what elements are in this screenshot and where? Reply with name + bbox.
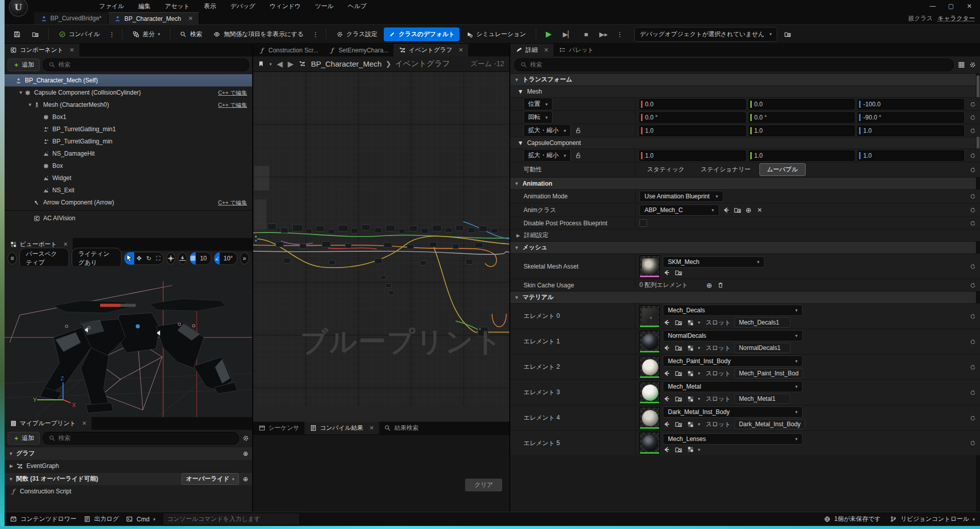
grid-snap-control[interactable]: 10 (190, 252, 211, 265)
play-button[interactable]: ▶ (541, 27, 557, 41)
slot-name-input[interactable]: Dark_Metal_Inst_Body (734, 419, 805, 429)
folder-icon[interactable] (675, 395, 683, 402)
useasset-icon[interactable] (663, 344, 671, 351)
lock-open-icon[interactable] (575, 152, 582, 159)
menu-ヘルプ[interactable]: ヘルプ (342, 1, 373, 12)
tab-結果検索[interactable]: 結果検索 (379, 422, 424, 434)
tab-components[interactable]: コンポーネント ✕ (5, 44, 79, 56)
console-command-input[interactable]: コンソールコマンドを入力します (163, 513, 300, 525)
folder-icon[interactable] (675, 446, 683, 453)
reset-to-default-icon[interactable] (966, 167, 980, 173)
add-function-icon[interactable]: ⊕ (243, 476, 248, 483)
add-circle-icon[interactable]: ⊕ (745, 206, 753, 214)
tree-row-BP_TurretGatling_min[interactable]: BP_TurretGatling_min (5, 135, 252, 148)
trash-icon[interactable] (716, 282, 724, 288)
chevron-down-icon[interactable]: ▼ (18, 90, 24, 95)
highlight-material-icon[interactable] (686, 319, 694, 326)
highlight-material-icon[interactable] (686, 396, 694, 402)
menu-デバッグ[interactable]: デバッグ (224, 1, 261, 12)
functions-section-header[interactable]: ▼ 関数 (31 オーバーライド可能) オーバーライド ▾ ⊕ (5, 472, 252, 485)
axis-mode-dropdown[interactable]: 位置▾ (524, 98, 553, 110)
gear-icon[interactable] (242, 435, 249, 442)
material-thumbnail[interactable] (639, 305, 660, 328)
reset-to-default-icon[interactable] (966, 263, 980, 270)
nav-forward-button[interactable]: ▶ (288, 60, 294, 69)
animation-section-header[interactable]: ▼Animation (510, 177, 980, 189)
material-dropdown[interactable]: Mech_Decals▾ (663, 305, 803, 316)
skeletal-mesh-dropdown[interactable]: SKM_Mech▾ (663, 256, 764, 268)
tab-palette[interactable]: パレット (554, 44, 599, 56)
viewport-overflow-button[interactable]: » (240, 252, 249, 264)
material-thumbnail[interactable] (639, 356, 660, 378)
tab-SetEnemyChara...[interactable]: ƒSetEnemyChara... (323, 44, 393, 56)
tree-row-Arrow-Component-Arrow-[interactable]: Arrow Component (Arrow)C++ で編集 (5, 196, 252, 209)
cpp-edit-link[interactable]: C++ で編集 (218, 199, 247, 207)
reset-to-default-icon[interactable] (966, 128, 980, 134)
folder-icon[interactable] (675, 421, 683, 428)
move-tool-button[interactable]: ✥ (134, 252, 144, 264)
menu-表示[interactable]: 表示 (198, 1, 222, 12)
disable-post-process-checkbox[interactable] (639, 219, 647, 227)
tree-row-BP_Character_Mech-Self-[interactable]: BP_Character_Mech (Self) (5, 74, 252, 86)
reset-to-default-icon[interactable] (966, 101, 980, 107)
useasset-icon[interactable] (663, 446, 671, 453)
material-dropdown[interactable]: NormalDecals▾ (663, 330, 803, 341)
highlight-material-icon[interactable] (686, 421, 694, 428)
material-thumbnail[interactable] (639, 381, 660, 404)
vector-field-z[interactable]: -90.0 ° (858, 112, 964, 123)
angle-snap-control[interactable]: 10° (214, 252, 237, 265)
close-icon[interactable]: ✕ (544, 47, 548, 53)
revision-control-button[interactable]: リビジョンコントロール ▾ (890, 515, 975, 523)
menu-編集[interactable]: 編集 (132, 1, 157, 12)
add-graph-icon[interactable]: ⊕ (243, 450, 248, 457)
play-options-kebab[interactable]: ⋮ (615, 31, 625, 38)
reset-to-default-icon[interactable] (966, 415, 980, 421)
content-drawer-button[interactable]: コンテンツドロワー (10, 515, 76, 523)
bookmark-icon[interactable] (257, 61, 264, 68)
tree-row-Capsule-Component-CollisionCylinder-[interactable]: ▼Capsule Component (CollisionCylinder)C+… (5, 86, 252, 99)
details-search-input[interactable]: 検索 (514, 58, 954, 71)
vector-field-x[interactable]: 1.0 (639, 126, 746, 136)
skeletal-mesh-thumbnail[interactable] (639, 255, 660, 278)
add-component-button[interactable]: ＋ 追加 (8, 58, 40, 71)
save-button[interactable] (9, 28, 25, 40)
debug-browse-button[interactable] (779, 28, 795, 40)
eject-button[interactable]: ▶▸ (595, 28, 612, 41)
vector-field-y[interactable]: 1.0 (749, 151, 855, 161)
useasset-icon[interactable] (663, 395, 671, 402)
unsaved-status[interactable]: 1個が未保存です (823, 515, 881, 523)
close-icon[interactable]: ✕ (70, 47, 74, 53)
capsule-subsection-header[interactable]: ▼CapsuleComponent (510, 137, 980, 149)
reset-to-default-icon[interactable] (966, 282, 980, 288)
event-graph-item[interactable]: ▶ EventGraph (5, 460, 252, 472)
rotate-tool-button[interactable]: ↻ (144, 252, 154, 264)
add-circle-icon[interactable]: ⊕ (705, 281, 713, 289)
simulation-button[interactable]: シミュレーション (462, 27, 531, 41)
breadcrumb-root[interactable]: BP_Character_Mech (311, 60, 382, 68)
material-dropdown[interactable]: Dark_Metal_Inst_Body▾ (663, 406, 803, 418)
material-thumbnail[interactable] (639, 432, 660, 454)
highlight-material-icon[interactable] (686, 370, 694, 377)
tab-my-blueprint[interactable]: マイブループリント ✕ (5, 417, 91, 430)
asset-tab[interactable]: BP_CurvedBridge* (34, 12, 108, 24)
material-thumbnail[interactable] (639, 407, 660, 429)
vector-field-y[interactable]: 0.0 ° (749, 112, 855, 123)
reset-to-default-icon[interactable] (966, 153, 980, 159)
asset-tab[interactable]: BP_Character_Mech✕ (108, 12, 200, 24)
mobility-option-ステイショナリー[interactable]: ステイショナリー (693, 163, 758, 176)
reset-to-default-icon[interactable] (966, 339, 980, 345)
advanced-settings-row[interactable]: ▶詳細設定 (510, 229, 980, 241)
mesh-subsection-header[interactable]: ▼Mesh (510, 85, 980, 97)
useasset-icon[interactable] (722, 207, 730, 214)
anim-class-dropdown[interactable]: ABP_Mech_C▾ (639, 204, 719, 216)
material-dropdown[interactable]: Mech_Lenses▾ (663, 433, 803, 445)
tab-details[interactable]: 詳細 ✕ (510, 44, 554, 56)
close-button[interactable]: ✕ (962, 1, 977, 11)
close-icon[interactable]: ✕ (82, 420, 86, 427)
cpp-edit-link[interactable]: C++ で編集 (218, 101, 247, 109)
components-search-input[interactable]: 検索 (43, 58, 249, 71)
reset-to-default-icon[interactable] (966, 364, 980, 370)
vector-field-x[interactable]: 0.0 (639, 99, 746, 109)
tab-イベントグラフ[interactable]: イベントグラフ✕ (393, 44, 468, 56)
reset-to-default-icon[interactable] (966, 207, 980, 213)
